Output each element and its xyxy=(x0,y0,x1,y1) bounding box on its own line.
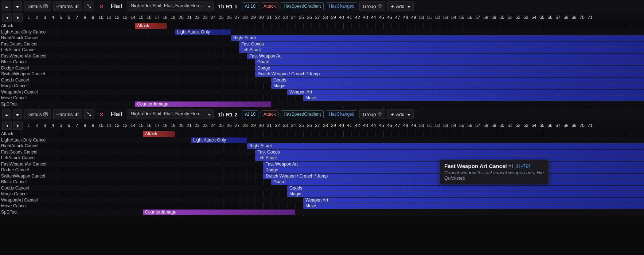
ruler-tick: 30 xyxy=(257,15,265,20)
row-label: Attack xyxy=(1,131,13,137)
timeline-bar[interactable]: Goods xyxy=(271,77,644,83)
filter-tag[interactable]: HasChanged xyxy=(326,110,357,118)
row-label: LightAttackOnly Cancel xyxy=(1,29,47,35)
timeline-bar[interactable]: Magic xyxy=(271,83,644,89)
ruler-tick: 67 xyxy=(554,123,562,128)
filter-tag[interactable]: HasChanged xyxy=(326,2,357,10)
ruler-tick: 43 xyxy=(362,123,370,128)
row-label: RightAttack Cancel xyxy=(1,143,38,149)
group-button[interactable]: Group xyxy=(359,109,385,119)
add-button[interactable]: Add xyxy=(387,1,414,11)
ruler-tick: 24 xyxy=(209,123,217,128)
row-label: Magic Cancel xyxy=(1,191,28,197)
ruler-tick: 55 xyxy=(458,123,466,128)
ruler-tick: 9 xyxy=(89,15,97,20)
timeline[interactable]: AttackAttackLightAttackOnly CancelLight … xyxy=(0,23,644,108)
toolbar: DetailsParams✕FlailNightrider Flail, Fla… xyxy=(0,108,644,120)
filter-tag[interactable]: Attack xyxy=(261,110,278,118)
weapon-select[interactable]: Nightrider Flail, Flail, Family Hea... xyxy=(127,109,214,119)
ruler-tick: 33 xyxy=(281,15,289,20)
ruler-tick: 5 xyxy=(57,15,65,20)
row-label: Dodge Cancel xyxy=(1,167,29,173)
timeline-bar[interactable]: Fast Weapon Art xyxy=(247,53,644,59)
timeline-bar[interactable]: Dodge xyxy=(255,65,644,71)
ruler-tick: 20 xyxy=(177,15,185,20)
panel: DetailsParams✕FlailNightrider Flail, Fla… xyxy=(0,0,644,108)
ruler-tick: 15 xyxy=(137,15,145,20)
weapon-select-wrap[interactable]: Nightrider Flail, Flail, Family Hea... xyxy=(127,109,214,119)
timeline-row: Block CancelGuard xyxy=(0,59,644,65)
timeline-bar[interactable]: Left Attack xyxy=(239,47,644,53)
next-button[interactable] xyxy=(13,13,23,22)
ruler-tick: 46 xyxy=(386,123,394,128)
params-button[interactable]: Params xyxy=(53,1,82,11)
group-button[interactable]: Group xyxy=(359,1,385,11)
close-button[interactable]: ✕ xyxy=(97,1,106,11)
timeline-bar[interactable]: Move xyxy=(303,95,644,101)
timeline-bar[interactable]: Counterdamage xyxy=(135,101,271,107)
timeline-bar[interactable]: Weapon Art xyxy=(287,89,644,95)
collapse-up-button[interactable] xyxy=(2,109,11,119)
ruler-tick: 48 xyxy=(402,15,410,20)
ruler-tick: 58 xyxy=(482,123,490,128)
timeline-bar[interactable]: Move xyxy=(303,203,644,209)
row-label: LeftAttack Cancel xyxy=(1,155,35,161)
weapon-type-label: Flail xyxy=(109,3,125,9)
timeline-bar[interactable]: Counterdamage xyxy=(143,210,295,215)
timeline-bar[interactable]: Attack xyxy=(135,23,167,29)
params-label: Params xyxy=(56,4,73,9)
timeline-bar[interactable]: Attack xyxy=(143,131,175,137)
timeline-bar[interactable]: Fast Goods xyxy=(255,150,644,155)
weapon-select-wrap[interactable]: Nightrider Flail, Flail, Family Hea... xyxy=(127,1,214,11)
ruler-tick: 26 xyxy=(225,15,233,20)
timeline-bar[interactable]: Right Attack xyxy=(231,35,644,41)
ruler-tick: 64 xyxy=(530,123,538,128)
group-label: Group xyxy=(363,4,376,9)
frame-ruler: 1234567891011121314151617181920212223242… xyxy=(24,123,644,128)
ruler-tick: 13 xyxy=(121,123,129,128)
filter-tag[interactable]: Attack xyxy=(261,2,278,10)
details-button[interactable]: Details xyxy=(24,109,51,119)
tooltip-desc: Cancel window for fast cancel weapon art… xyxy=(444,170,544,181)
ruler-tick: 32 xyxy=(273,15,281,20)
collapse-up-button[interactable] xyxy=(2,1,11,11)
details-button[interactable]: Details xyxy=(24,1,51,11)
ruler-tick: 2 xyxy=(33,123,41,128)
timeline-bar[interactable]: Weapon Art xyxy=(303,198,644,203)
filter-tag[interactable]: HasSpeedGradient xyxy=(281,110,324,118)
timeline[interactable]: AttackAttackLightAttackOnly CancelLight … xyxy=(0,131,644,216)
ruler-tick: 25 xyxy=(217,15,225,20)
ruler-tick: 24 xyxy=(209,15,217,20)
row-label: Move Cancel xyxy=(1,95,27,101)
ruler-tick: 18 xyxy=(161,123,169,128)
ruler-tick: 49 xyxy=(410,15,418,20)
timeline-bar[interactable]: Right Attack xyxy=(247,143,644,149)
next-button[interactable] xyxy=(13,121,23,130)
timeline-bar[interactable]: Fast Goods xyxy=(239,41,644,47)
chevron-down-icon xyxy=(407,112,410,117)
prev-button[interactable] xyxy=(2,121,12,130)
collapse-down-button[interactable] xyxy=(13,1,22,11)
close-button[interactable]: ✕ xyxy=(97,109,106,119)
collapse-down-button[interactable] xyxy=(13,109,22,119)
weapon-select[interactable]: Nightrider Flail, Flail, Family Hea... xyxy=(127,1,214,11)
timeline-row: Move CancelMove xyxy=(0,95,644,101)
row-label: LightAttackOnly Cancel xyxy=(1,137,47,143)
timeline-bar[interactable]: Light Attack Only xyxy=(191,138,247,143)
timeline-row: FastGoods CancelFast Goods xyxy=(0,41,644,47)
timeline-bar[interactable]: Goods xyxy=(287,186,644,191)
timeline-bar[interactable]: Switch Weapon / Crouch / Jump xyxy=(255,71,644,77)
ruler-tick: 27 xyxy=(233,123,241,128)
add-button[interactable]: Add xyxy=(387,109,414,119)
params-button[interactable]: Params xyxy=(53,109,82,119)
ruler-tick: 52 xyxy=(434,123,442,128)
ruler-tick: 41 xyxy=(346,123,354,128)
timeline-bar[interactable]: Guard xyxy=(255,59,644,65)
filter-tag[interactable]: HasSpeedGradient xyxy=(281,2,324,10)
timeline-bar[interactable]: Magic xyxy=(287,191,644,197)
collapse-button[interactable] xyxy=(84,1,94,11)
collapse-button[interactable] xyxy=(84,109,94,119)
timeline-bar[interactable]: Light Attack Only xyxy=(175,29,231,35)
ruler-tick: 14 xyxy=(129,15,137,20)
prev-button[interactable] xyxy=(2,13,12,22)
